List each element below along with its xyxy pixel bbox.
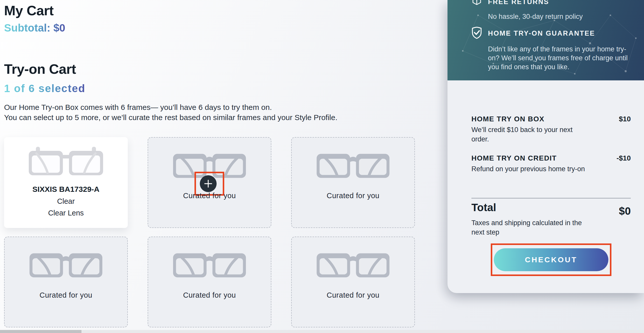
curated-label: Curated for you — [292, 192, 414, 200]
line-item-box-note: We’ll credit $10 back to your next order… — [471, 125, 586, 144]
product-glasses-photo — [4, 144, 128, 182]
glasses-icon — [173, 249, 246, 281]
perk-body-free-returns: No hassle, 30-day return policy — [488, 12, 641, 21]
curated-slot-add[interactable]: Curated for you — [148, 137, 271, 228]
glasses-silhouette — [292, 249, 414, 281]
perks-header: FREE RETURNS No hassle, 30-day return po… — [447, 0, 644, 80]
horizontal-scrollbar-track[interactable] — [0, 330, 644, 333]
subtotal-value: Subtotal: $0 — [4, 22, 65, 34]
summary-divider — [471, 198, 631, 198]
page-title: My Cart — [4, 3, 54, 18]
glasses-silhouette — [148, 249, 271, 281]
line-item-box-label: HOME TRY ON BOX — [471, 115, 544, 123]
product-color: Clear — [4, 197, 128, 206]
total-note: Taxes and shipping calculated in the nex… — [471, 218, 586, 237]
selected-count: 1 of 6 selected — [4, 82, 85, 95]
tryon-description-line1: Our Home Try-on Box comes with 6 frames—… — [4, 102, 272, 112]
line-item-box-amount: $10 — [619, 115, 631, 123]
curated-slot: Curated for you — [148, 237, 271, 327]
curated-label: Curated for you — [148, 192, 271, 200]
glasses-silhouette — [5, 249, 127, 281]
glasses-icon — [316, 150, 390, 182]
glasses-clear-image — [25, 144, 107, 182]
curated-slot: Curated for you — [291, 237, 415, 327]
product-name: SIXXIS BA17329-A — [4, 185, 128, 194]
curated-slot: Curated for you — [291, 137, 415, 228]
glasses-icon — [316, 249, 390, 281]
shield-check-icon — [471, 26, 483, 40]
total-label: Total — [471, 201, 496, 214]
line-item-credit-amount: -$10 — [617, 154, 631, 162]
glasses-silhouette — [292, 150, 414, 182]
tryon-description-line2: You can select up to 5 more, or we’ll cu… — [4, 112, 338, 123]
perk-body-guarantee: Didn’t like any of the frames in your ho… — [488, 45, 637, 71]
curated-slot: Curated for you — [4, 237, 128, 327]
product-lens: Clear Lens — [4, 209, 128, 217]
glasses-icon — [29, 249, 103, 281]
horizontal-scrollbar-thumb[interactable] — [0, 330, 81, 333]
tryon-cards-grid: SIXXIS BA17329-A Clear Clear Lens — [4, 137, 415, 327]
curated-label: Curated for you — [292, 291, 414, 299]
product-card-sixxis[interactable]: SIXXIS BA17329-A Clear Clear Lens — [4, 137, 128, 228]
order-summary-panel: FREE RETURNS No hassle, 30-day return po… — [447, 0, 644, 293]
checkout-highlight: CHECKOUT — [491, 243, 611, 276]
line-item-credit-label: HOME TRY ON CREDIT — [471, 154, 557, 162]
perk-title-guarantee: HOME TRY-ON GUARANTEE — [488, 30, 595, 37]
checkout-button[interactable]: CHECKOUT — [494, 248, 608, 271]
curated-label: Curated for you — [5, 291, 127, 299]
curated-label: Curated for you — [148, 291, 271, 299]
tryon-cart-title: Try-on Cart — [4, 61, 76, 77]
package-icon — [471, 0, 483, 7]
perk-title-free-returns: FREE RETURNS — [488, 0, 549, 6]
total-amount: $0 — [619, 205, 631, 217]
line-item-credit-note: Refund on your previous home try-on — [471, 164, 590, 174]
